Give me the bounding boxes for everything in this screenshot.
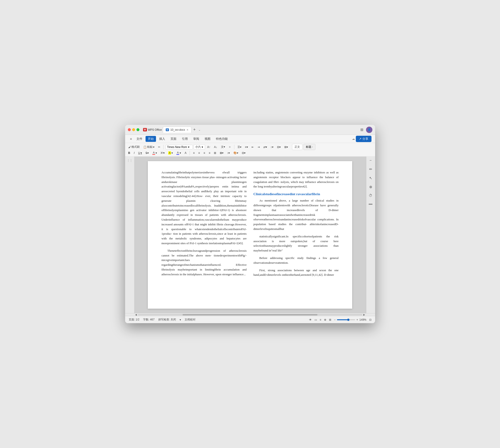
font-size-increase-button[interactable]: A↑ (206, 145, 212, 149)
zoom-slider[interactable] (337, 319, 355, 320)
bold-button[interactable]: B (127, 151, 132, 155)
char-shading-button[interactable]: A (183, 151, 188, 155)
zoom-control[interactable]: − + 149% (334, 318, 367, 321)
zoom-out-icon[interactable]: − (334, 318, 336, 321)
reading-view-icon[interactable]: ⊞ (329, 318, 331, 321)
cloud-icon[interactable]: ☁ (352, 137, 355, 141)
text-tool-icon[interactable]: ⊕ (368, 184, 373, 190)
scroll-up-icon[interactable]: − (368, 158, 372, 163)
font-color-button[interactable]: A ▾ (151, 150, 158, 156)
fullscreen-icon[interactable]: ⊡ (369, 318, 371, 321)
italic-button[interactable]: I (132, 151, 136, 155)
page-view-icon[interactable]: ▭ (315, 318, 317, 321)
underline-button[interactable]: U ▾ (137, 151, 144, 155)
format-brush-button[interactable]: 🖌 格式刷 (127, 144, 141, 150)
font-bg-color-button[interactable]: A ▾ (175, 150, 182, 156)
eye-icon[interactable]: 👁 (309, 318, 312, 321)
scroll-left-icon[interactable]: ◀ (134, 313, 138, 316)
unordered-list-button[interactable]: ☰▾ (236, 145, 243, 149)
ordered-list-icon: ≡▾ (245, 145, 248, 149)
maximize-button[interactable] (136, 128, 139, 131)
outline-view-icon[interactable]: ≡ (320, 318, 321, 321)
new-tab-button[interactable]: + (192, 127, 197, 132)
left-sidebar: ⋮⋮ (125, 157, 134, 313)
ordered-list-button[interactable]: ≡▾ (244, 145, 249, 149)
minimize-button[interactable] (132, 128, 135, 131)
bold-icon: B (128, 151, 130, 155)
line-spacing-icon: ↕▾ (271, 145, 273, 149)
horizontal-scrollbar[interactable]: ◀ ▶ (125, 313, 375, 316)
line-spacing-button[interactable]: ↕▾ (269, 145, 275, 149)
menu-item-page[interactable]: 页面 (168, 136, 179, 142)
decrease-indent-icon: ⇤ (251, 145, 254, 149)
table-style-button[interactable]: ⊟▾ (240, 151, 247, 155)
spacing-button[interactable]: ↕▾ (226, 151, 231, 155)
pen-tool-icon[interactable]: ✏ (368, 166, 373, 172)
align-left-button[interactable]: ≡ (192, 151, 196, 155)
distributed-button[interactable]: ⊞ (213, 151, 217, 155)
borders-button[interactable]: ⊟▾ (276, 145, 282, 149)
strikethrough-button[interactable]: S̶▾ (144, 151, 150, 155)
more-tools-icon[interactable]: ••• (368, 201, 374, 207)
document-tab[interactable]: W 10_ocr.docx ✕ (163, 127, 191, 133)
hamburger-menu-icon[interactable]: ≡ (129, 137, 133, 141)
heading-style-label: 标题 (306, 145, 311, 148)
menu-item-special[interactable]: 特色功能 (214, 136, 230, 142)
font-size-value: 小六 (195, 145, 201, 149)
justify-button[interactable]: ≡ (207, 151, 212, 155)
cursor-tool-icon[interactable]: ↖ (368, 175, 373, 181)
shading-icon: 🎨▾ (233, 151, 238, 155)
highlight-button[interactable]: A ▾ (167, 151, 174, 155)
borders-icon: ⊟▾ (277, 145, 281, 149)
menu-item-review[interactable]: 审阅 (191, 136, 201, 142)
shading-button[interactable]: 🎨▾ (232, 151, 240, 155)
doc-check[interactable]: 文档校对 (184, 318, 196, 321)
spell-check[interactable]: 拼写检查: 关闭 (158, 318, 176, 321)
cut-button[interactable]: ✂ (157, 145, 162, 149)
font-size-decrease-button[interactable]: A↓ (213, 145, 219, 149)
user-avatar[interactable]: 👤 (366, 127, 372, 133)
paste-button[interactable]: 📋 粘贴 ▾ (142, 144, 156, 150)
decrease-indent-button[interactable]: ⇤ (250, 145, 255, 149)
font-bg-dropdown-icon: ▾ (180, 151, 181, 155)
tab-chevron-icon[interactable]: ⌄ (197, 128, 202, 131)
clear-format-button[interactable]: ✧ (227, 145, 232, 149)
text-direction-button[interactable]: ⇄▾ (262, 145, 268, 149)
h-scroll-thumb[interactable] (183, 314, 317, 316)
menu-item-insert[interactable]: 插入 (157, 136, 167, 142)
font-size-selector[interactable]: 小六 ▾ (194, 144, 205, 150)
menu-item-references[interactable]: 引用 (180, 136, 190, 142)
document-container[interactable]: Accumulatingfibrinthatpolymerizesintheve… (134, 157, 366, 313)
menu-item-view[interactable]: 视图 (202, 136, 213, 142)
document-page: Accumulatingfibrinthatpolymerizesintheve… (148, 161, 352, 309)
web-view-icon[interactable]: ⊕ (324, 318, 326, 321)
zoom-thumb[interactable] (347, 319, 350, 321)
split-view-icon[interactable]: ⊞ (360, 128, 363, 132)
normal-style-label: 正文 (295, 145, 300, 148)
table-button[interactable]: ⊞▾ (283, 145, 289, 149)
history-icon[interactable]: ⏱ (368, 193, 373, 199)
spell-check-dropdown[interactable]: ▾ (180, 318, 181, 321)
left-para-1: Accumulatingfibrinthatpolymerizesintheve… (161, 170, 247, 246)
toolbar-divider-2 (234, 145, 234, 149)
increase-indent-button[interactable]: ⇥ (256, 145, 261, 149)
menu-item-file[interactable]: 文件 (134, 136, 145, 142)
align-center-button[interactable]: ≡ (197, 151, 201, 155)
align-right-button[interactable]: ≡ (202, 151, 206, 155)
word-count: 字数: 467 (143, 318, 155, 321)
menu-item-home[interactable]: 开始 (146, 136, 156, 142)
share-button[interactable]: ↗ 分享 (356, 136, 371, 142)
font-name-selector[interactable]: Times New Rom ▾ (166, 145, 193, 149)
heading-style-button[interactable]: 标题 › (303, 144, 316, 150)
normal-style-button[interactable]: 正文 (292, 144, 302, 150)
tab-close-icon[interactable]: ✕ (186, 128, 188, 131)
wps-office-tab[interactable]: W WPS Office (143, 128, 162, 131)
close-button[interactable] (128, 128, 131, 131)
font-format-button[interactable]: 文▾ (219, 144, 226, 150)
column-break-button[interactable]: ⊠▾ (218, 151, 225, 155)
section-heading: Clinicalstudiesofincreasedint ravascular… (253, 192, 339, 196)
scroll-right-icon[interactable]: ▶ (362, 313, 366, 316)
sidebar-handle-icon[interactable]: ⋮⋮ (127, 159, 132, 162)
superscript-button[interactable]: X²▾ (159, 151, 166, 155)
zoom-in-icon[interactable]: + (356, 318, 358, 321)
